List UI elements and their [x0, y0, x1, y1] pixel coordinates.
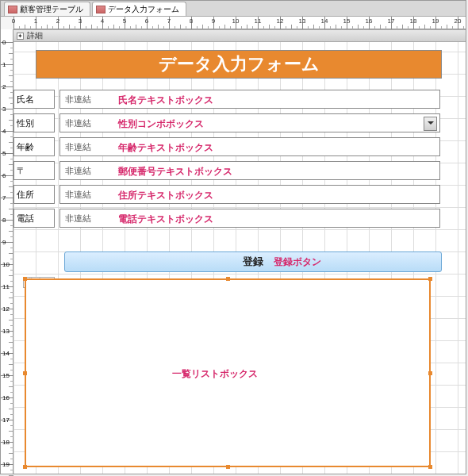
tab-label: データ入力フォーム	[108, 4, 179, 15]
tab-table[interactable]: 顧客管理テーブル	[4, 2, 90, 16]
selection-handle-icon[interactable]	[226, 465, 230, 469]
selection-handle-icon[interactable]	[23, 277, 27, 281]
field-label[interactable]: 〒	[13, 161, 55, 180]
annotation-label: 氏名テキストボックス	[118, 94, 213, 107]
text-box[interactable]: 非連結	[59, 90, 440, 109]
field-row: 電話非連結	[13, 209, 440, 228]
table-icon	[8, 6, 17, 13]
chevron-down-icon	[428, 121, 434, 125]
annotation-listbox: 一覧リストボックス	[172, 367, 258, 381]
selection-handle-icon[interactable]	[23, 465, 27, 469]
section-label: 詳細	[27, 30, 43, 41]
form-icon	[96, 6, 105, 13]
annotation-label: 郵便番号テキストボックス	[118, 165, 232, 178]
field-row: 氏名非連結	[13, 90, 440, 109]
combo-box[interactable]: 非連結	[59, 113, 440, 132]
document-tabs: 顧客管理テーブル データ入力フォーム	[1, 1, 466, 17]
tab-label: 顧客管理テーブル	[20, 4, 83, 15]
field-label[interactable]: 電話	[13, 209, 55, 228]
design-workspace: 顧客管理テーブル データ入力フォーム 012345678910111213141…	[0, 0, 466, 474]
annotation-label: 電話テキストボックス	[118, 213, 213, 226]
selection-handle-icon[interactable]	[226, 277, 230, 281]
expand-icon[interactable]: ✦	[17, 33, 24, 40]
field-row: 性別非連結	[13, 113, 440, 132]
field-row: 住所非連結	[13, 185, 440, 204]
vertical-ruler: 012345678910111213141516171819	[1, 29, 13, 474]
form-title-label[interactable]: データ入力フォーム	[36, 50, 442, 79]
selection-handle-icon[interactable]	[23, 371, 27, 375]
text-box[interactable]: 非連結	[59, 209, 440, 228]
register-label: 登録	[243, 255, 263, 269]
selection-handle-icon[interactable]	[428, 371, 432, 375]
horizontal-ruler: 01234567891011121314151617181920	[13, 17, 466, 29]
field-label[interactable]: 性別	[13, 113, 55, 132]
text-box[interactable]: 非連結	[59, 137, 440, 156]
field-label[interactable]: 年齢	[13, 137, 55, 156]
title-text: データ入力フォーム	[159, 52, 320, 76]
text-box[interactable]: 非連結	[59, 161, 440, 180]
text-box[interactable]: 非連結	[59, 185, 440, 204]
annotation-label: 性別コンボボックス	[118, 117, 204, 131]
field-label[interactable]: 住所	[13, 185, 55, 204]
selection-handle-icon[interactable]	[428, 277, 432, 281]
annotation-label: 年齢テキストボックス	[118, 141, 213, 155]
detail-section-area: データ入力フォーム 氏名非連結氏名テキストボックス性別非連結性別コンボボックス年…	[13, 42, 466, 474]
annotation-label: 住所テキストボックス	[118, 189, 213, 202]
field-row: 年齢非連結	[13, 137, 440, 156]
field-label[interactable]: 氏名	[13, 90, 55, 109]
form-design-canvas[interactable]: ✦ 詳細 データ入力フォーム 氏名非連結氏名テキストボックス性別非連結性別コンボ…	[13, 29, 466, 474]
register-button[interactable]: 登録	[64, 251, 442, 272]
selection-handle-icon[interactable]	[428, 465, 432, 469]
detail-section-bar[interactable]: ✦ 詳細	[13, 29, 466, 42]
annotation-register: 登録ボタン	[274, 255, 321, 269]
tab-form[interactable]: データ入力フォーム	[92, 2, 186, 16]
